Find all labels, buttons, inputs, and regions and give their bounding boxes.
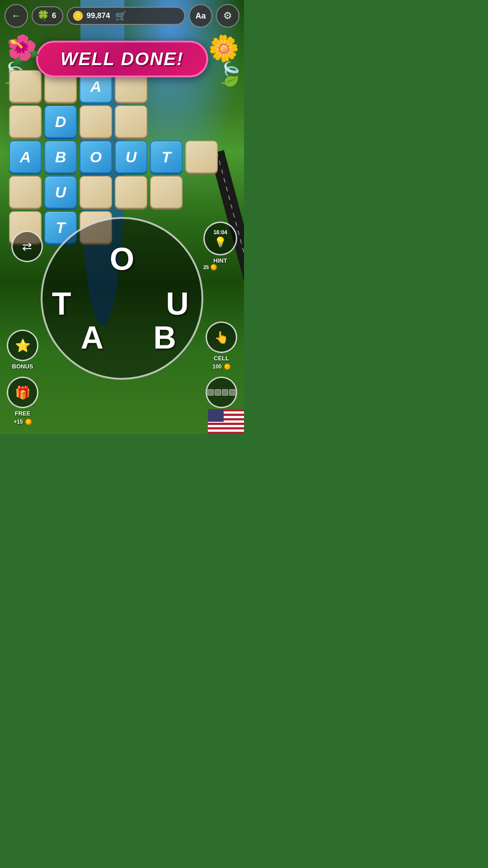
tile-letter: A xyxy=(90,78,102,95)
free-coin-icon xyxy=(25,419,32,425)
cell-button[interactable]: 👆 CELL 100 xyxy=(206,321,237,370)
tile-r3c2[interactable]: B xyxy=(44,141,77,173)
cart-icon[interactable]: 🛒 xyxy=(115,10,127,21)
free-button[interactable]: 🎁 FREE +15 xyxy=(7,377,38,425)
well-done-banner: WELL DONE! xyxy=(36,41,208,77)
tile-r2c4[interactable] xyxy=(115,105,147,138)
word-circle xyxy=(206,377,237,408)
cell-circle: 👆 xyxy=(206,321,237,353)
wheel-letter-A[interactable]: A xyxy=(80,320,103,356)
mini-tile-2 xyxy=(215,389,221,396)
tile-letter: U xyxy=(55,184,66,201)
tile-letter: D xyxy=(55,113,66,131)
hint-circle: 16:04 💡 xyxy=(203,222,237,255)
tile-r4c1[interactable] xyxy=(9,176,42,208)
tile-r2c2[interactable]: D xyxy=(44,105,77,138)
bonus-label: BONUS xyxy=(12,363,33,370)
hint-cost: 25 xyxy=(203,264,237,270)
tile-letter: U xyxy=(126,148,137,166)
free-amount: +15 xyxy=(14,419,31,425)
free-label: FREE xyxy=(15,410,31,417)
grid-row-3: A B O U T xyxy=(9,141,235,173)
font-button[interactable]: Aa xyxy=(189,4,212,28)
mini-tile-4 xyxy=(229,389,235,396)
bonus-star-icon: ⭐ xyxy=(15,338,31,353)
back-button[interactable]: ← xyxy=(5,4,28,28)
clover-icon: 🍀 xyxy=(37,10,49,22)
shuffle-icon: ⇄ xyxy=(22,240,32,254)
cell-cost: 100 xyxy=(212,363,230,370)
tile-letter: T xyxy=(162,148,171,166)
hint-label: HINT xyxy=(203,257,237,264)
tile-r3c1[interactable]: A xyxy=(9,141,42,173)
coin-icon: 🪙 xyxy=(72,10,84,21)
shuffle-button[interactable]: ⇄ xyxy=(11,231,43,262)
bottom-left-buttons: ⭐ BONUS 🎁 FREE +15 xyxy=(7,330,38,425)
tile-r3c3[interactable]: O xyxy=(80,141,112,173)
clover-badge: 🍀 6 xyxy=(32,6,63,25)
grid-row-4: U xyxy=(9,176,235,208)
flag-canton xyxy=(208,409,224,422)
tile-r3c4[interactable]: U xyxy=(115,141,147,173)
tile-r4c3[interactable] xyxy=(80,176,112,208)
us-flag xyxy=(208,409,244,434)
tile-letter: O xyxy=(90,148,102,166)
wheel-letter-O[interactable]: O xyxy=(110,241,134,277)
word-tiles-icon xyxy=(207,389,235,396)
top-bar: ← 🍀 6 🪙 99,874 🛒 Aa ⚙ xyxy=(0,0,244,32)
tile-r4c5[interactable] xyxy=(150,176,183,208)
back-arrow-icon: ← xyxy=(11,10,21,22)
wheel-letter-T[interactable]: T xyxy=(52,286,71,322)
shuffle-circle: ⇄ xyxy=(11,231,43,262)
cell-hand-icon: 👆 xyxy=(214,330,229,344)
hint-timer: 16:04 xyxy=(213,229,227,236)
settings-button[interactable]: ⚙ xyxy=(216,4,239,28)
mini-tile-1 xyxy=(207,389,214,396)
font-icon: Aa xyxy=(195,11,206,21)
bonus-button[interactable]: ⭐ BONUS xyxy=(7,330,38,370)
letter-wheel[interactable]: O T U A B xyxy=(41,217,203,380)
free-circle: 🎁 xyxy=(7,377,38,408)
tile-r1c1[interactable] xyxy=(9,70,42,103)
tile-r3c6[interactable] xyxy=(185,141,218,173)
top-right-buttons: Aa ⚙ xyxy=(189,4,239,28)
wheel-letter-B[interactable]: B xyxy=(153,320,176,356)
tile-letter: A xyxy=(20,148,31,166)
tile-r3c5[interactable]: T xyxy=(150,141,183,173)
tile-r4c2[interactable]: U xyxy=(44,176,77,208)
mini-tile-3 xyxy=(222,389,228,396)
coin-count: 99,874 xyxy=(86,11,110,20)
tile-letter: B xyxy=(55,148,66,166)
wheel-letter-U[interactable]: U xyxy=(166,286,189,322)
well-done-text: WELL DONE! xyxy=(61,49,184,69)
tile-r2c1[interactable] xyxy=(9,105,42,138)
settings-icon: ⚙ xyxy=(223,10,232,22)
coin-badge: 🪙 99,874 🛒 xyxy=(67,7,185,25)
hint-bulb-icon: 💡 xyxy=(214,236,226,248)
tile-r2c3[interactable] xyxy=(80,105,112,138)
hint-coin-icon xyxy=(211,264,217,270)
grid-row-2: D xyxy=(9,105,235,138)
hint-button[interactable]: 16:04 💡 HINT 25 xyxy=(203,222,237,270)
cell-coin-icon xyxy=(224,363,230,370)
letter-circle: O T U A B xyxy=(41,217,203,380)
bonus-circle: ⭐ xyxy=(7,330,38,361)
tile-r4c4[interactable] xyxy=(115,176,147,208)
free-gift-icon: 🎁 xyxy=(15,385,31,400)
clover-count: 6 xyxy=(52,11,56,20)
cell-label: CELL xyxy=(214,355,229,362)
